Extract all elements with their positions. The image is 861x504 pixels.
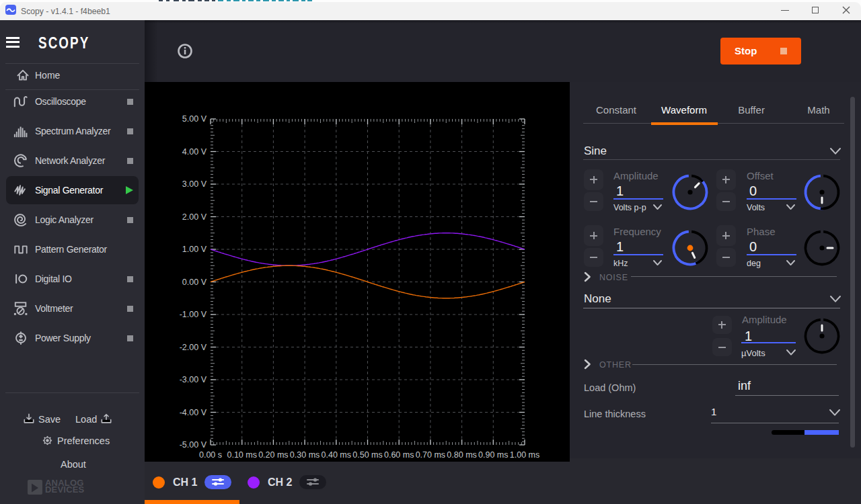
svg-text:1.00 ms: 1.00 ms [510, 450, 539, 460]
svg-text:0.10 ms: 0.10 ms [227, 450, 256, 460]
svg-text:0.30 ms: 0.30 ms [290, 450, 320, 460]
svg-text:2.00 V: 2.00 V [182, 212, 207, 222]
svg-text:0.20 ms: 0.20 ms [258, 450, 288, 460]
svg-text:1.00 V: 1.00 V [182, 245, 207, 254]
svg-text:5.00 V: 5.00 V [182, 114, 207, 124]
svg-text:-3.00 V: -3.00 V [180, 375, 207, 384]
svg-text:0.90 ms: 0.90 ms [478, 450, 508, 460]
svg-text:-2.00 V: -2.00 V [180, 343, 207, 352]
svg-text:-4.00 V: -4.00 V [180, 408, 207, 417]
svg-text:0.70 ms: 0.70 ms [416, 450, 445, 460]
svg-text:4.00 V: 4.00 V [182, 147, 207, 157]
svg-text:0.60 ms: 0.60 ms [384, 450, 414, 460]
svg-text:3.00 V: 3.00 V [182, 179, 207, 189]
svg-text:0.40 ms: 0.40 ms [322, 450, 351, 460]
svg-text:0.00 V: 0.00 V [182, 278, 207, 287]
svg-text:-1.00 V: -1.00 V [180, 310, 207, 319]
svg-text:0.00 s: 0.00 s [199, 450, 222, 460]
svg-text:0.80 ms: 0.80 ms [447, 450, 476, 460]
svg-text:0.50 ms: 0.50 ms [352, 450, 382, 460]
svg-text:-5.00 V: -5.00 V [180, 440, 207, 450]
